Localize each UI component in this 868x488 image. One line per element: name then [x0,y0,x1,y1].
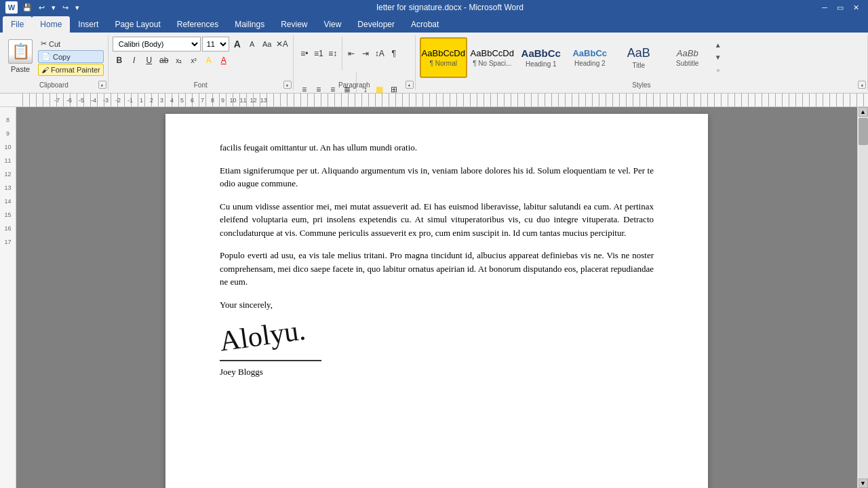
style-heading2-preview: AaBbCc [572,48,607,58]
font-controls: Calibri (Body) 11 A A Aa ✕A B I U ab x₂ [113,37,289,67]
strikethrough-button[interactable]: ab [157,54,171,67]
tab-insert[interactable]: Insert [70,16,106,33]
clipboard-sub-buttons: ✂ Cut 📄 Copy 🖌 Format Painter [38,37,104,78]
undo-qat-button[interactable]: ↩ [37,3,47,12]
cut-button[interactable]: ✂ Cut [38,38,104,49]
style-subtitle-label: Subtitle [676,60,698,67]
tab-home[interactable]: Home [32,16,70,33]
style-normal[interactable]: AaBbCcDd ¶ Normal [420,37,467,78]
tab-review[interactable]: Review [273,16,315,33]
tab-references[interactable]: References [169,16,226,33]
vertical-ruler: 8 9 10 11 12 13 14 15 16 17 [0,107,16,488]
styles-scroll-down-button[interactable]: ▼ [713,52,723,64]
paragraph-4: Populo everti ad usu, ea vis tale melius… [220,249,654,289]
paragraph-closing: Your sincerely, [220,298,654,312]
style-no-spacing-preview: AaBbCcDd [471,48,514,58]
paragraph-group: ≡• ≡1 ≡↕ ⇤ ⇥ ↕A ¶ ≡ ≡ ≡ ≣ ↕ ▦ [294,35,416,90]
italic-button[interactable]: I [127,54,141,67]
clipboard-expand-button[interactable]: ⬧ [98,81,106,89]
style-normal-preview: AaBbCcDd [422,48,465,58]
title-bar-controls: ─ ▭ ✕ [818,3,863,12]
font-group: Calibri (Body) 11 A A Aa ✕A B I U ab x₂ [108,35,294,90]
paste-button[interactable]: 📋 Paste [4,37,37,78]
clear-format-button[interactable]: ✕A [275,37,289,51]
increase-indent-button[interactable]: ⇥ [359,47,372,60]
shrink-font-button[interactable]: A [245,37,259,51]
tab-file[interactable]: File [3,16,32,33]
ruler-num-12: 12 [0,164,16,178]
scroll-down-button[interactable]: ▼ [859,479,868,488]
styles-scroll: ▲ ▼ ⬦ [713,38,724,77]
multilevel-list-button[interactable]: ≡↕ [326,47,340,60]
ruler-num-15: 15 [0,205,16,218]
close-button[interactable]: ✕ [850,3,863,12]
redo-qat-button[interactable]: ↪ [60,3,71,12]
styles-scroll-up-button[interactable]: ▲ [713,39,723,52]
subscript-button[interactable]: x₂ [172,54,186,67]
style-title[interactable]: AaB Title [615,37,663,78]
font-size-select[interactable]: 11 [202,37,229,52]
format-painter-button[interactable]: 🖌 Format Painter [38,64,104,76]
signature-section: Alolyu. Joey Bloggs [220,322,654,379]
font-expand-button[interactable]: ⬧ [283,81,292,89]
ruler-num-8: 8 [0,110,16,123]
bold-button[interactable]: B [113,54,126,67]
save-qat-button[interactable]: 💾 [20,3,34,12]
superscript-button[interactable]: x² [187,54,201,67]
style-heading1-label: Heading 1 [526,60,557,68]
ruler-num-13: 13 [0,178,16,191]
customize-qat-button[interactable]: ▾ [73,3,81,12]
ruler-num-10: 10 [0,137,16,150]
title-bar: W 💾 ↩ ▾ ↪ ▾ letter for signature.docx - … [0,0,868,15]
ruler-num-11: 11 [0,150,16,164]
restore-button[interactable]: ▭ [833,3,847,12]
font-family-select[interactable]: Calibri (Body) [113,37,201,52]
font-color-button[interactable]: A [217,54,231,67]
style-heading1[interactable]: AaBbCc Heading 1 [517,37,565,78]
tab-mailings[interactable]: Mailings [226,16,273,33]
undo-dropdown-button[interactable]: ▾ [50,3,58,12]
scroll-up-button[interactable]: ▲ [859,107,868,117]
tab-view[interactable]: View [316,16,350,33]
paragraph-expand-button[interactable]: ⬧ [406,81,414,89]
ribbon-tabs: File Home Insert Page Layout References … [0,15,868,33]
copy-label: Copy [53,53,71,61]
show-formatting-button[interactable]: ¶ [387,47,401,60]
decrease-indent-button[interactable]: ⇤ [344,47,358,60]
change-case-button[interactable]: Aa [260,37,274,51]
styles-group: AaBbCcDd ¶ Normal AaBbCcDd ¶ No Spaci...… [416,35,868,90]
font-row-1: Calibri (Body) 11 A A Aa ✕A [113,37,289,52]
text-highlight-button[interactable]: A [202,54,216,67]
copy-button[interactable]: 📄 Copy [38,50,104,63]
styles-more-button[interactable]: ⬦ [713,64,723,76]
style-subtitle-preview: AaBb [677,48,698,58]
style-heading2[interactable]: AaBbCc Heading 2 [566,37,614,78]
paragraph-1: facilis feugait omittantur ut. An has ul… [220,141,654,155]
style-no-spacing-label: ¶ No Spaci... [473,60,511,67]
para-row-1: ≡• ≡1 ≡↕ ⇤ ⇥ ↕A ¶ [298,37,401,70]
grow-font-button[interactable]: A [231,37,244,51]
numbering-button[interactable]: ≡1 [312,47,326,60]
ribbon: 📋 Paste ✂ Cut 📄 Copy 🖌 Format Painter Cl… [0,33,868,94]
signature-image: Alolyu. [218,316,307,356]
minimize-button[interactable]: ─ [818,3,831,12]
paragraph-group-label: Paragraph [294,81,415,89]
tab-page-layout[interactable]: Page Layout [106,16,168,33]
ruler-num-17: 17 [0,232,16,245]
styles-expand-button[interactable]: ⬧ [858,81,866,89]
style-no-spacing[interactable]: AaBbCcDd ¶ No Spaci... [469,37,516,78]
style-subtitle[interactable]: AaBb Subtitle [664,37,711,78]
tab-acrobat[interactable]: Acrobat [403,16,447,33]
bullets-button[interactable]: ≡• [298,47,311,60]
window-title: letter for signature.docx - Microsoft Wo… [81,3,818,12]
document[interactable]: facilis feugait omittantur ut. An has ul… [165,114,708,488]
sort-button[interactable]: ↕A [373,47,387,60]
vertical-scrollbar[interactable]: ▲ ▼ [857,107,868,488]
tab-developer[interactable]: Developer [349,16,403,33]
underline-button[interactable]: U [142,54,156,67]
para-divider-1 [342,37,342,70]
style-heading2-label: Heading 2 [574,60,606,67]
cut-label: Cut [49,40,60,48]
scroll-thumb[interactable] [859,118,868,145]
main-area: 8 9 10 11 12 13 14 15 16 17 facilis feug… [0,107,868,488]
